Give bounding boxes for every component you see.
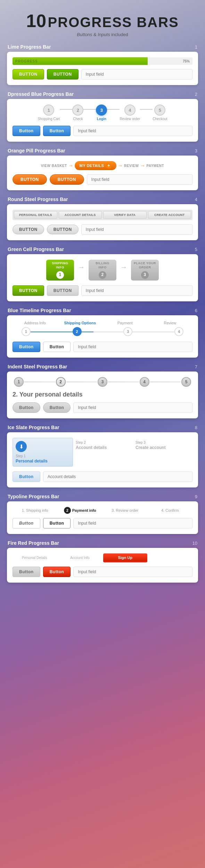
lime-controls: BUTTON BUTTON <box>13 69 192 80</box>
tl-button-2[interactable]: Button <box>43 342 71 352</box>
lime-button-1[interactable]: BUTTON <box>13 69 44 80</box>
green-step-2: BILLINGINFO 2 <box>87 260 118 281</box>
pill-step-1: VIEW BASKET <box>41 164 67 168</box>
tl-input[interactable] <box>73 342 192 352</box>
green-box-3: PLACE YOURORDER 3 <box>131 260 159 281</box>
step-circle-2: 2 <box>72 105 83 116</box>
ice-step-1-active: ⬇ Step 1 Personal details <box>13 438 73 467</box>
steel-step-2: ACCOUNT DETAILS <box>59 211 102 219</box>
step-label-5: Checkout <box>153 117 167 121</box>
typo-button-1[interactable]: Button <box>13 518 40 528</box>
blue-button-1[interactable]: Button <box>13 126 40 136</box>
ice-button-1[interactable]: Button <box>13 471 40 482</box>
indent-dot-5: 5 <box>181 377 191 387</box>
typo-input[interactable] <box>73 518 192 528</box>
indent-button-1[interactable]: Button <box>13 402 40 413</box>
typo-step-3: 3. Review order <box>102 508 148 512</box>
pill-step-4: PAYMENT <box>146 164 164 168</box>
step-1: 1 Shopping Cart <box>38 105 60 121</box>
step-line-4-5 <box>140 109 153 110</box>
title-main: PROGRESS BARS <box>48 15 179 30</box>
steel-button-1[interactable]: BUTTON <box>13 225 44 234</box>
orange-button-2[interactable]: BUTTON <box>50 174 84 185</box>
blue-steps-row: 1 Shopping Cart 2 Check 3 Login 4 Review… <box>13 105 192 121</box>
section-num-lime: 1 <box>195 44 197 50</box>
lime-input[interactable] <box>81 69 192 80</box>
blue-input[interactable] <box>73 126 192 136</box>
section-title-blue: Dpressed Blue <box>8 91 42 97</box>
tl-controls: Button Button <box>13 342 192 352</box>
step-circle-3: 3 <box>96 105 107 116</box>
ice-step-num-2: Step 2 <box>76 441 86 444</box>
section-title-lime-rest: Progress Bar <box>19 44 51 50</box>
orange-input[interactable] <box>87 174 192 185</box>
typo-button-2[interactable]: Button <box>43 518 71 528</box>
steel-input[interactable] <box>81 224 192 235</box>
fire-steps: Personal Details Account Info Sign Up <box>13 553 192 562</box>
ice-input[interactable] <box>43 471 192 482</box>
fire-step-3-active: Sign Up <box>103 553 147 562</box>
indent-input[interactable] <box>73 402 192 413</box>
ice-step-num-1: Step 1 <box>16 454 26 458</box>
section-fire-red: Fire Red Progress Bar 10 Personal Detail… <box>7 540 198 583</box>
indent-personal-details: 2. Your personal details <box>13 391 192 398</box>
indent-dot-4: 4 <box>140 377 149 387</box>
step-line-3-4 <box>107 109 120 110</box>
step-3-active: 3 Login <box>96 105 107 121</box>
blue-button-2[interactable]: Button <box>43 126 71 136</box>
steel-step-1: PERSONAL DETAILS <box>14 211 57 219</box>
fire-step-1: Personal Details <box>13 554 57 562</box>
section-title-steel: Round Steel <box>8 197 36 202</box>
step-2: 2 Check <box>72 105 83 121</box>
section-green-cell: Green Cell Progress Bar 5 SHIPPINGINFO 1… <box>7 247 198 301</box>
steel-controls: BUTTON BUTTON <box>13 224 192 235</box>
green-box-1: SHIPPINGINFO 1 <box>46 260 74 281</box>
orange-controls: BUTTON BUTTON <box>13 174 192 185</box>
fire-input[interactable] <box>73 567 192 577</box>
fire-button-2[interactable]: Button <box>43 567 71 577</box>
step-label-3: Login <box>97 117 106 121</box>
typo-controls: Button Button <box>13 518 192 528</box>
fire-button-1[interactable]: Button <box>13 567 40 577</box>
tl-dot-4: 4 <box>174 327 183 336</box>
green-button-1[interactable]: BUTTON <box>13 285 44 296</box>
green-box-2: BILLINGINFO 2 <box>89 260 116 281</box>
indent-button-2[interactable]: Button <box>43 402 71 413</box>
lime-progress-label: PROGRESS <box>15 59 38 63</box>
card-orange-pill: VIEW BASKET → MY DETAILS + → REVIEW → PA… <box>7 156 198 190</box>
timeline-track: 1 2 3 4 <box>13 327 192 337</box>
typo-steps: 1. Shipping info 2Payment info 3. Review… <box>13 507 192 514</box>
fire-controls: Button Button <box>13 567 192 577</box>
step-line-2-3 <box>83 109 96 110</box>
section-title-green: Green Cell <box>8 247 32 252</box>
timeline-tabs: Address Info Shipping Options Payment Re… <box>13 321 192 325</box>
tl-dot-1: 1 <box>22 327 31 336</box>
steel-step-4: CREATE ACCOUNT <box>148 211 191 219</box>
steel-button-2[interactable]: BUTTON <box>47 225 79 234</box>
card-fire-red: Personal Details Account Info Sign Up Bu… <box>7 548 198 583</box>
section-indent-steel: Indent Steel Progress Bar 7 1 2 3 4 5 2.… <box>7 364 198 418</box>
section-lime: Lime Progress Bar 1 PROGRESS 75% BUTTON … <box>7 44 198 85</box>
section-title-timeline: Blue Timeline <box>8 308 39 313</box>
tl-button-1[interactable]: Button <box>13 342 40 352</box>
green-button-2[interactable]: BUTTON <box>47 285 79 296</box>
green-cell-steps: SHIPPINGINFO 1 → BILLINGINFO 2 → PLACE Y… <box>13 260 192 281</box>
pill-arrow-2: → <box>118 163 123 168</box>
ice-controls: Button <box>13 471 192 482</box>
green-input[interactable] <box>81 285 192 296</box>
step-5: 5 Checkout <box>153 105 167 121</box>
ice-step-num-3: Step 3 <box>136 441 146 444</box>
section-title-ice: Ice Slate <box>8 425 27 430</box>
tl-tab-1: Address Info <box>13 321 58 325</box>
ice-step-label-2: Account details <box>76 445 107 450</box>
section-blue-timeline: Blue Timeline Progress Bar 6 Address Inf… <box>7 308 198 358</box>
section-round-steel: Round Steel Progress Bar 4 PERSONAL DETA… <box>7 197 198 240</box>
card-green-cell: SHIPPINGINFO 1 → BILLINGINFO 2 → PLACE Y… <box>7 254 198 301</box>
orange-button-1[interactable]: BUTTON <box>13 174 47 185</box>
tl-tab-2-active: Shipping Options <box>58 321 103 325</box>
ice-step-2: Step 2 Account details <box>73 438 133 467</box>
step-4: 4 Review order <box>120 105 140 121</box>
lime-button-2[interactable]: BUTTON <box>47 69 79 80</box>
ice-steps: ⬇ Step 1 Personal details Step 2 Account… <box>13 438 192 467</box>
step-label-4: Review order <box>120 117 140 121</box>
